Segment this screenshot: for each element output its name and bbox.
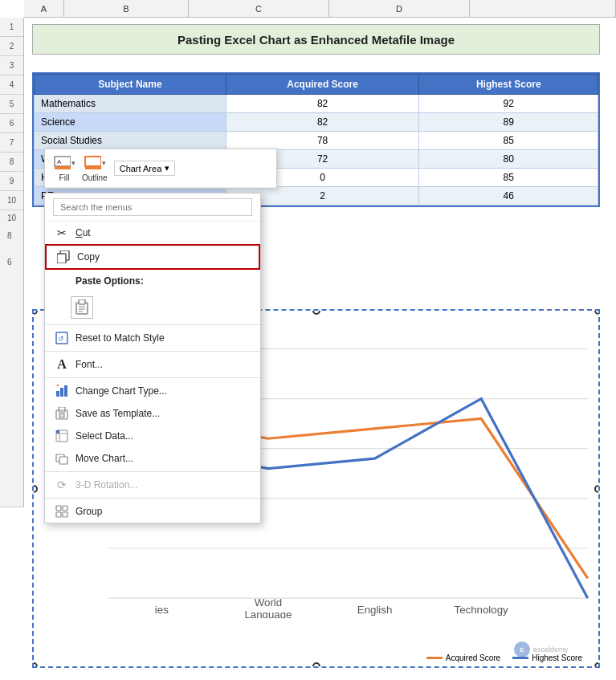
handle-tl[interactable] <box>32 309 38 315</box>
table-cell-r1-c0: Science <box>35 113 226 132</box>
col-header-a: A <box>24 0 64 17</box>
menu-item-change-chart[interactable]: ✦ Change Chart Type... <box>45 380 260 402</box>
outline-button[interactable]: ▾ Outline <box>82 154 108 182</box>
watermark: E exceldemy <box>514 641 568 658</box>
svg-rect-39 <box>63 506 67 511</box>
outline-svg <box>84 155 101 171</box>
menu-item-move-chart[interactable]: Move Chart... <box>45 447 260 470</box>
font-label: Font... <box>75 359 103 370</box>
col-subject: Subject Name <box>35 75 226 95</box>
menu-item-save-template[interactable]: Save as Template... <box>45 402 260 425</box>
legend-label-acquired: Acquired Score <box>446 654 500 662</box>
chart-area-label: Chart Area <box>120 164 162 173</box>
dropdown-arrow: ▾ <box>165 163 169 173</box>
svg-rect-27 <box>64 385 67 397</box>
menu-item-select-data[interactable]: Select Data... <box>45 425 260 447</box>
svg-text:Language: Language <box>244 609 292 618</box>
menu-item-cut[interactable]: ✂ Cut <box>45 222 260 244</box>
column-headers: A B C D <box>24 0 616 18</box>
copy-label: Copy <box>77 251 100 263</box>
col-header-d: D <box>329 0 470 17</box>
svg-rect-31 <box>59 413 64 417</box>
group-svg <box>55 505 68 518</box>
table-cell-r1-c2: 89 <box>419 113 598 132</box>
select-data-svg <box>55 430 68 442</box>
group-label: Group <box>75 506 102 517</box>
select-data-icon <box>55 429 69 443</box>
svg-text:A: A <box>57 158 62 165</box>
legend-line-acquired <box>426 657 443 659</box>
menu-item-reset[interactable]: ↺ Reset to Match Style <box>45 327 260 349</box>
row-11: 1086 <box>0 210 23 507</box>
svg-rect-26 <box>60 388 63 397</box>
table-cell-r2-c0: Social Studies <box>35 132 226 150</box>
legend-acquired: Acquired Score <box>426 654 500 662</box>
title-banner: Pasting Excel Chart as Enhanced Metafile… <box>32 24 600 55</box>
menu-search-container <box>45 193 260 222</box>
table-cell-r2-c2: 85 <box>419 132 598 150</box>
row-numbers: 1 2 3 4 5 6 7 8 9 10 1086 <box>0 18 24 507</box>
col-header-e <box>470 0 616 17</box>
row-7: 7 <box>0 133 23 153</box>
paste-svg <box>75 299 89 316</box>
change-chart-icon: ✦ <box>55 384 69 398</box>
change-chart-label: Change Chart Type... <box>75 385 167 397</box>
row-10: 10 <box>0 191 23 210</box>
svg-text:ies: ies <box>155 604 169 616</box>
svg-text:Technology: Technology <box>455 604 509 616</box>
svg-text:✦: ✦ <box>55 385 60 388</box>
outline-label: Outline <box>82 173 108 182</box>
cut-icon: ✂ <box>55 226 69 240</box>
row-3: 3 <box>0 56 23 75</box>
svg-rect-25 <box>56 391 59 397</box>
fill-label: Fill <box>59 173 70 182</box>
handle-ml[interactable] <box>32 485 38 493</box>
table-cell-r0-c0: Mathematics <box>35 95 226 113</box>
table-cell-r4-c2: 85 <box>419 169 598 187</box>
handle-tm[interactable] <box>312 309 320 315</box>
save-template-label: Save as Template... <box>75 408 160 419</box>
paste-icon-box[interactable] <box>71 296 93 319</box>
col-acquired: Acquired Score <box>226 75 419 95</box>
fill-svg: A <box>53 155 71 171</box>
group-icon <box>55 504 69 519</box>
paste-label-icon <box>55 274 69 288</box>
menu-item-copy[interactable]: Copy <box>45 244 260 270</box>
svg-rect-15 <box>85 166 101 169</box>
menu-item-font[interactable]: A Font... <box>45 353 260 376</box>
title-text: Pasting Excel Chart as Enhanced Metafile… <box>177 33 455 47</box>
font-icon: A <box>55 357 69 372</box>
row-8: 8 <box>0 153 23 172</box>
handle-tr[interactable] <box>594 309 600 315</box>
menu-item-paste-icon[interactable] <box>45 292 260 323</box>
table-row: Mathematics8292 <box>35 95 598 113</box>
table-row: Science8289 <box>35 113 598 132</box>
svg-rect-33 <box>56 430 59 434</box>
cut-label: Cut <box>75 227 91 238</box>
row-9: 9 <box>0 172 23 191</box>
menu-item-group[interactable]: Group <box>45 500 260 523</box>
reset-icon: ↺ <box>55 331 69 345</box>
fill-button[interactable]: A ▾ Fill <box>53 154 75 182</box>
table-cell-r5-c2: 46 <box>419 187 598 206</box>
reset-label: Reset to Match Style <box>75 332 165 344</box>
table-cell-r1-c1: 82 <box>226 113 419 132</box>
col-header-b: B <box>64 0 189 17</box>
handle-bm[interactable] <box>312 662 320 668</box>
context-menu: ✂ Cut Copy Paste Options: <box>44 193 261 523</box>
chart-area-dropdown[interactable]: Chart Area ▾ <box>114 161 176 176</box>
menu-item-rotation: ⟳ 3-D Rotation... <box>45 474 260 496</box>
handle-bl[interactable] <box>32 662 38 668</box>
spreadsheet: A B C D 1 2 3 4 5 6 7 8 9 10 1086 Pastin… <box>0 0 616 680</box>
change-chart-svg: ✦ <box>55 385 68 397</box>
table-cell-r3-c2: 80 <box>419 150 598 169</box>
col-header-c: C <box>189 0 329 17</box>
move-chart-icon <box>55 451 69 466</box>
menu-search-input[interactable] <box>53 198 252 216</box>
menu-item-paste-label: Paste Options: <box>45 270 260 292</box>
save-template-svg <box>55 407 68 420</box>
svg-rect-40 <box>56 512 61 517</box>
svg-text:English: English <box>357 604 392 616</box>
move-chart-label: Move Chart... <box>75 453 133 464</box>
handle-br[interactable] <box>594 662 600 668</box>
